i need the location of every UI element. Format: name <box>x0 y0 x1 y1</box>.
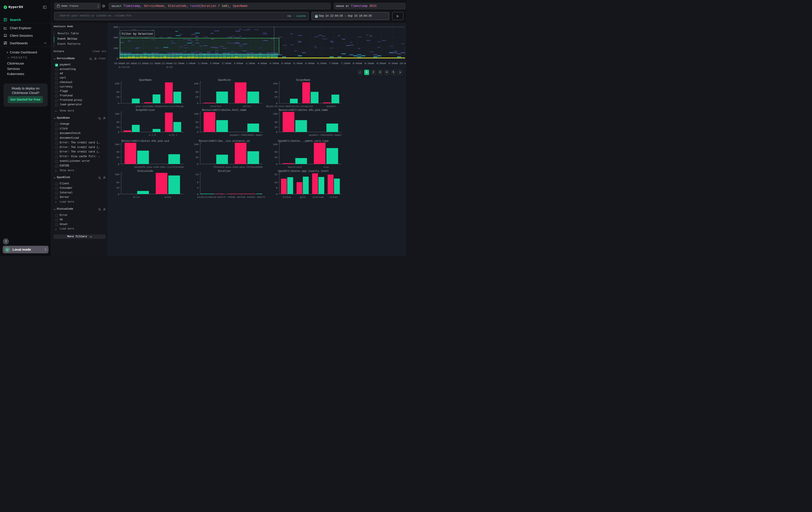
svg-text:25: 25 <box>116 186 119 189</box>
svg-text:50: 50 <box>274 151 278 153</box>
svg-text:100: 100 <box>115 112 119 115</box>
svg-text:f5344ec9-a1ea-4290-a62a-78f5be: f5344ec9-a1ea-4290-a62a-78f5bee8d90b <box>213 166 263 168</box>
svg-text:6:30am: 6:30am <box>317 62 326 65</box>
svg-text:8:30am: 8:30am <box>365 62 374 65</box>
svg-text:25: 25 <box>116 156 119 159</box>
svg-text:100: 100 <box>194 82 199 85</box>
svg-text:silver: silver <box>329 196 338 198</box>
svg-text:16: 16 <box>274 181 278 184</box>
svg-text:100: 100 <box>115 143 119 146</box>
svg-text:bronze: bronze <box>283 196 291 198</box>
svg-text:50: 50 <box>116 181 119 184</box>
svg-text:9/14/25: 9/14/25 <box>118 66 129 69</box>
svg-text:25: 25 <box>274 156 278 159</box>
svg-text:25: 25 <box>196 156 199 159</box>
svg-text:4: 4 <box>197 186 199 189</box>
svg-text:Filter by Selection: Filter by Selection <box>122 32 153 36</box>
svg-text:25: 25 <box>274 126 278 129</box>
svg-text:842654: 842654 <box>247 196 255 198</box>
svg-text:11:30pm: 11:30pm <box>150 62 161 65</box>
svg-text:Duration: Duration <box>218 170 231 173</box>
svg-text:1019375: 1019375 <box>197 196 207 198</box>
svg-text:0: 0 <box>276 102 278 105</box>
svg-text:100: 100 <box>194 112 199 115</box>
svg-text:25: 25 <box>274 96 278 99</box>
svg-text:payment: payment <box>326 105 336 108</box>
svg-text:10:30pm: 10:30pm <box>126 62 137 65</box>
svg-text:payment-7985c8969c-mwmw7: payment-7985c8969c-mwmw7 <box>309 134 342 136</box>
svg-text:50: 50 <box>116 90 119 93</box>
svg-text:7:00am: 7:00am <box>329 62 338 65</box>
svg-text:9:30am: 9:30am <box>388 62 398 65</box>
svg-text:100: 100 <box>194 143 199 146</box>
svg-text:25: 25 <box>116 126 119 129</box>
svg-text:759085: 759085 <box>227 196 235 198</box>
svg-text:100: 100 <box>115 82 119 85</box>
svg-text:50: 50 <box>274 120 278 124</box>
svg-text:visa: visa <box>323 166 329 168</box>
svg-text:mastercard: mastercard <box>288 166 302 168</box>
svg-text:@hyperdx/instrumentation-excep: @hyperdx/instrumentation-exception <box>266 105 313 108</box>
svg-text:4:30am: 4:30am <box>269 62 279 65</box>
svg-text:0: 0 <box>276 193 278 196</box>
svg-text:12:00am: 12:00am <box>162 62 173 65</box>
svg-text:0: 0 <box>197 193 199 196</box>
svg-text:2:30am: 2:30am <box>222 62 231 65</box>
svg-text:0: 0 <box>118 163 119 166</box>
svg-text:SpanKind: SpanKind <box>218 79 231 82</box>
svg-text:100: 100 <box>115 173 119 176</box>
svg-text:50: 50 <box>196 120 199 124</box>
svg-text:11:00pm: 11:00pm <box>138 62 149 65</box>
svg-text:3:30am: 3:30am <box>245 62 255 65</box>
svg-text:1405128: 1405128 <box>207 196 216 198</box>
svg-text:5e02b5fb-13ae-4296-bbbc-111f42: 5e02b5fb-13ae-4296-bbbc-111f423c460d <box>134 166 184 168</box>
svg-text:6:00am: 6:00am <box>305 62 314 65</box>
svg-text:0.51.1: 0.51.1 <box>169 134 177 136</box>
svg-text:0: 0 <box>197 102 199 105</box>
svg-text:600: 600 <box>113 26 118 28</box>
svg-text:8: 8 <box>276 186 278 189</box>
svg-text:7:30am: 7:30am <box>341 62 350 65</box>
svg-text:0: 0 <box>117 57 118 60</box>
svg-text:2:00am: 2:00am <box>210 62 219 65</box>
svg-text:100: 100 <box>273 143 278 146</box>
svg-text:5:30am: 5:30am <box>293 62 302 65</box>
svg-text:ResourceAttributes.host.name: ResourceAttributes.host.name <box>202 109 246 112</box>
svg-text:platinum: platinum <box>313 196 323 198</box>
svg-text:SpanAttributes.app.loyalty.lev: SpanAttributes.app.loyalty.level <box>278 170 329 173</box>
svg-text:1:30am: 1:30am <box>198 62 207 65</box>
svg-text:8: 8 <box>197 181 199 184</box>
svg-text:5:00am: 5:00am <box>281 62 291 65</box>
svg-text:50: 50 <box>116 151 119 153</box>
svg-text:100: 100 <box>273 82 278 85</box>
svg-text:4:00am: 4:00am <box>258 62 267 65</box>
svg-text:Internal: Internal <box>210 105 221 108</box>
svg-text:25: 25 <box>196 126 199 129</box>
svg-text:9/15: 9/15 <box>166 66 173 69</box>
svg-text:3:00am: 3:00am <box>234 62 243 65</box>
svg-text:50: 50 <box>116 120 119 124</box>
svg-text:0: 0 <box>276 131 278 134</box>
svg-text:16: 16 <box>196 173 199 176</box>
svg-text:Error: Error <box>134 196 140 198</box>
svg-text:0: 0 <box>118 131 119 134</box>
svg-text:0: 0 <box>118 193 119 196</box>
svg-text:ResourceAttributes.k8s.pod.uid: ResourceAttributes.k8s.pod.uid <box>121 140 169 143</box>
svg-text:0: 0 <box>197 163 199 166</box>
svg-text:32: 32 <box>274 173 278 176</box>
svg-text:ResourceAttribu..ice.instance.: ResourceAttribu..ice.instance.id <box>199 140 250 143</box>
svg-text:payment-7985c8969c-mwmw7: payment-7985c8969c-mwmw7 <box>230 134 263 136</box>
svg-text:SpanName: SpanName <box>139 79 151 82</box>
svg-text:10:00am: 10:00am <box>400 62 406 65</box>
svg-text:Unset: Unset <box>165 196 171 198</box>
svg-text:1:00am: 1:00am <box>186 62 196 65</box>
svg-text:12:30am: 12:30am <box>173 62 184 65</box>
svg-text:gold: gold <box>300 196 306 198</box>
svg-text:9:00am: 9:00am <box>376 62 386 65</box>
svg-text:50: 50 <box>196 151 199 153</box>
svg-text:SpanAttributes...yment.card_ty: SpanAttributes...yment.card_type <box>278 140 329 143</box>
svg-text:200: 200 <box>113 47 118 50</box>
svg-text:StatusCode: StatusCode <box>137 170 153 173</box>
svg-text:50: 50 <box>196 90 199 93</box>
svg-text:Server: Server <box>243 105 251 108</box>
